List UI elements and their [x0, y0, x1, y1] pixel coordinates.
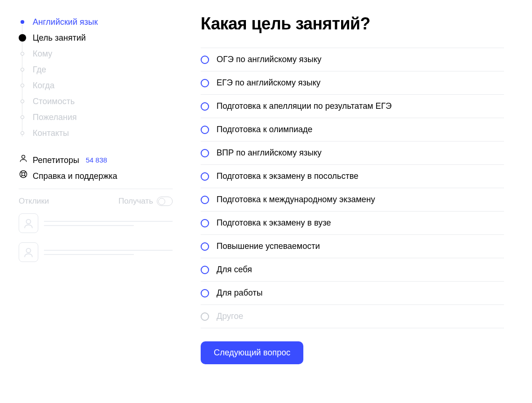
avatar-placeholder-icon — [19, 213, 38, 233]
option-row-3[interactable]: Подготовка к олимпиаде — [201, 118, 504, 141]
radio-icon — [201, 312, 209, 321]
radio-icon — [201, 242, 209, 251]
option-label: Для работы — [217, 288, 263, 298]
step-item-2: Кому — [19, 46, 173, 62]
option-row-0[interactable]: ОГЭ по английскому языку — [201, 48, 504, 71]
step-item-1: Цель занятий — [19, 30, 173, 46]
step-connector-line — [22, 25, 22, 136]
step-item-0[interactable]: Английский язык — [19, 14, 173, 30]
step-item-4: Когда — [19, 78, 173, 93]
radio-icon — [201, 126, 209, 134]
option-label: Подготовка к олимпиаде — [217, 125, 313, 134]
step-label: Стоимость — [33, 97, 75, 106]
svg-line-6 — [25, 176, 26, 177]
option-label: Подготовка к апелляции по результатам ЕГ… — [217, 101, 392, 111]
radio-icon — [201, 172, 209, 181]
option-row-4[interactable]: ВПР по английскому языку — [201, 141, 504, 165]
step-item-6: Пожелания — [19, 109, 173, 125]
radio-icon — [201, 289, 209, 297]
svg-point-8 — [26, 248, 30, 253]
svg-line-5 — [21, 176, 22, 177]
main-content: Какая цель занятий? ОГЭ по английскому я… — [201, 14, 504, 364]
svg-line-4 — [25, 171, 26, 173]
step-label: Контакты — [33, 128, 69, 138]
help-label: Справка и поддержка — [33, 168, 117, 184]
option-label: ВПР по английскому языку — [217, 148, 322, 158]
help-link[interactable]: Справка и поддержка — [19, 168, 173, 184]
option-label: Подготовка к экзамену в вузе — [217, 218, 331, 228]
page-title: Какая цель занятий? — [201, 14, 504, 34]
reply-placeholder-card — [19, 238, 173, 267]
option-row-9[interactable]: Для себя — [201, 258, 504, 282]
placeholder-lines — [44, 247, 173, 258]
step-label: Пожелания — [33, 113, 77, 122]
radio-icon — [201, 102, 209, 111]
wizard-steps: Английский языкЦель занятийКомуГдеКогдаС… — [19, 14, 173, 141]
lifesaver-icon — [19, 168, 28, 184]
divider — [19, 189, 173, 189]
step-label: Кому — [33, 49, 52, 58]
receive-toggle[interactable] — [157, 197, 173, 206]
reply-placeholder-card — [19, 209, 173, 238]
placeholder-lines — [44, 218, 173, 229]
option-label: Другое — [217, 311, 243, 321]
radio-icon — [201, 196, 209, 204]
step-label: Цель занятий — [33, 33, 86, 42]
radio-icon — [201, 149, 209, 157]
avatar-placeholder-icon — [19, 242, 38, 262]
step-label: Английский язык — [33, 17, 98, 27]
radio-icon — [201, 219, 209, 227]
options-list: ОГЭ по английскому языкуЕГЭ по английско… — [201, 48, 504, 328]
radio-icon — [201, 266, 209, 274]
option-label: ЕГЭ по английскому языку — [217, 78, 321, 88]
option-label: Для себя — [217, 265, 252, 275]
step-label: Где — [33, 65, 46, 74]
option-row-5[interactable]: Подготовка к экзамену в посольстве — [201, 165, 504, 188]
svg-line-3 — [21, 171, 22, 173]
tutors-label: Репетиторы — [33, 152, 79, 168]
option-label: Подготовка к международному экзамену — [217, 195, 375, 205]
option-row-8[interactable]: Повышение успеваемости — [201, 235, 504, 258]
radio-icon — [201, 56, 209, 64]
option-label: ОГЭ по английскому языку — [217, 55, 322, 64]
option-row-6[interactable]: Подготовка к международному экзамену — [201, 188, 504, 212]
option-row-11[interactable]: Другое — [201, 305, 504, 328]
option-row-7[interactable]: Подготовка к экзамену в вузе — [201, 212, 504, 235]
option-label: Подготовка к экзамену в посольстве — [217, 171, 358, 181]
person-icon — [19, 152, 28, 168]
svg-point-7 — [26, 219, 30, 224]
svg-point-2 — [22, 173, 25, 176]
option-row-1[interactable]: ЕГЭ по английскому языку — [201, 71, 504, 95]
sidebar: Английский языкЦель занятийКомуГдеКогдаС… — [19, 14, 173, 364]
svg-point-0 — [22, 155, 25, 158]
step-item-5: Стоимость — [19, 93, 173, 109]
tutors-count: 54 838 — [86, 152, 107, 168]
radio-icon — [201, 79, 209, 87]
option-row-10[interactable]: Для работы — [201, 282, 504, 305]
option-row-2[interactable]: Подготовка к апелляции по результатам ЕГ… — [201, 95, 504, 118]
option-label: Повышение успеваемости — [217, 241, 320, 251]
step-item-3: Где — [19, 62, 173, 78]
tutors-link[interactable]: Репетиторы 54 838 — [19, 152, 173, 168]
replies-label: Отклики — [19, 197, 49, 206]
step-item-7: Контакты — [19, 125, 173, 141]
step-label: Когда — [33, 81, 55, 90]
replies-row: Отклики Получать — [19, 194, 173, 209]
next-button[interactable]: Следующий вопрос — [201, 341, 303, 364]
receive-label: Получать — [119, 197, 153, 206]
